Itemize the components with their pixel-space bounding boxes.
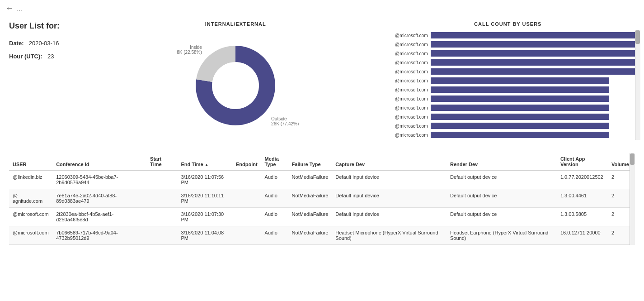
bar-row: @microsoft.com7 xyxy=(381,122,635,130)
cell-user: @microsoft.com xyxy=(9,226,52,245)
info-panel: User List for: Date: 2020-03-16 Hour (UT… xyxy=(9,17,108,144)
bar-label: @microsoft.com xyxy=(381,42,431,47)
bar-label: @microsoft.com xyxy=(381,96,431,101)
bar-row: @microsoft.com8 xyxy=(381,31,635,39)
bar-row: @microsoft.com8 xyxy=(381,67,635,76)
cell-capture_dev: Default input device xyxy=(332,170,447,189)
cell-failure_type: NotMediaFailure xyxy=(288,189,332,208)
bar-fill xyxy=(431,68,635,75)
cell-conference_id: 7b066589-717b-46cd-9a04-4732b95012d9 xyxy=(52,226,146,245)
cell-render_dev: Headset Earphone (HyperX Virtual Surroun… xyxy=(447,226,557,245)
cell-media_type: Audio xyxy=(261,189,288,208)
bar-fill xyxy=(431,59,635,66)
bar-chart-container: @microsoft.com8@microsoft.com8@microsoft… xyxy=(381,30,635,140)
bar-label: @microsoft.com xyxy=(381,133,431,138)
cell-failure_type: NotMediaFailure xyxy=(288,170,332,189)
bar-label: @microsoft.com xyxy=(381,51,431,56)
cell-conference_id: 7e81a74e-2a02-4d40-af88-89d0383ae479 xyxy=(52,189,146,208)
cell-media_type: Audio xyxy=(261,170,288,189)
th-render_dev[interactable]: Render Dev xyxy=(447,153,557,170)
bar-label: @microsoft.com xyxy=(381,87,431,92)
table-row: @linkedin.biz12060309-5434-45be-bba7-2b9… xyxy=(9,170,635,189)
bar-label: @microsoft.com xyxy=(381,33,431,38)
cell-conference_id: 12060309-5434-45be-bba7-2b9d0576a944 xyxy=(52,170,146,189)
bar-chart-scrollbar[interactable] xyxy=(635,30,640,140)
table-body: @linkedin.biz12060309-5434-45be-bba7-2b9… xyxy=(9,170,635,245)
th-start_time[interactable]: Start Time xyxy=(146,153,177,170)
bar-row: @microsoft.com7 xyxy=(381,113,635,121)
bar-fill xyxy=(431,105,610,111)
cell-render_dev: Default output device xyxy=(447,208,557,226)
bar-label: @microsoft.com xyxy=(381,78,431,83)
hour-label: Hour (UTC): xyxy=(9,53,42,60)
cell-media_type: Audio xyxy=(261,226,288,245)
table-header: USERConference IdStart TimeEnd Time ▲End… xyxy=(9,153,635,170)
th-failure_type[interactable]: Failure Type xyxy=(288,153,332,170)
bar-chart-scroll-thumb xyxy=(635,30,640,44)
bar-row: @microsoft.com8 xyxy=(381,49,635,57)
cell-capture_dev: Default input device xyxy=(332,208,447,226)
data-table: USERConference IdStart TimeEnd Time ▲End… xyxy=(9,153,635,245)
cell-start_time xyxy=(146,226,177,245)
cell-render_dev: Default output device xyxy=(447,170,557,189)
bar-chart-section: CALL COUNT BY USERS @microsoft.com8@micr… xyxy=(363,17,635,144)
bar-row: @microsoft.com7 xyxy=(381,76,635,85)
bar-row: @microsoft.com7 xyxy=(381,95,635,103)
cell-failure_type: NotMediaFailure xyxy=(288,208,332,226)
cell-end_time: 3/16/2020 11:07:56 PM xyxy=(177,170,232,189)
cell-media_type: Audio xyxy=(261,208,288,226)
cell-capture_dev: Headset Microphone (HyperX Virtual Surro… xyxy=(332,226,447,245)
cell-capture_dev: Default input device xyxy=(332,189,447,208)
table-section: USERConference IdStart TimeEnd Time ▲End… xyxy=(9,153,635,245)
cell-user: @linkedin.biz xyxy=(9,170,52,189)
back-button[interactable]: ← xyxy=(5,4,14,13)
bar-row: @microsoft.com8 xyxy=(381,58,635,67)
table-row: @microsoft.com2f2830ea-bbcf-4b5a-aef1-d2… xyxy=(9,208,635,226)
bar-row: @microsoft.com7 xyxy=(381,86,635,94)
bar-label: @microsoft.com xyxy=(381,69,431,74)
cell-client_app_version: 1.0.77.2020012502 xyxy=(557,170,608,189)
th-conference_id[interactable]: Conference Id xyxy=(52,153,146,170)
cell-start_time xyxy=(146,189,177,208)
breadcrumb-ellipsis: ... xyxy=(17,5,22,12)
bar-label: @microsoft.com xyxy=(381,60,431,65)
bar-fill xyxy=(431,77,610,84)
table-row: @ agnitude.com7e81a74e-2a02-4d40-af88-89… xyxy=(9,189,635,208)
th-endpoint[interactable]: Endpoint xyxy=(232,153,261,170)
date-label: Date: xyxy=(9,40,24,47)
bar-row: @microsoft.com7 xyxy=(381,104,635,112)
cell-endpoint xyxy=(232,189,261,208)
bar-fill xyxy=(431,132,610,138)
bar-label: @microsoft.com xyxy=(381,124,431,129)
cell-user: @ agnitude.com xyxy=(9,189,52,208)
cell-endpoint xyxy=(232,170,261,189)
date-value: 2020-03-16 xyxy=(29,40,59,47)
cell-end_time: 3/16/2020 11:04:08 PM xyxy=(177,226,232,245)
th-end_time[interactable]: End Time ▲ xyxy=(177,153,232,170)
cell-end_time: 3/16/2020 11:10:11 PM xyxy=(177,189,232,208)
cell-client_app_version: 1.3.00.4461 xyxy=(557,189,608,208)
cell-failure_type: NotMediaFailure xyxy=(288,226,332,245)
bar-label: @microsoft.com xyxy=(381,115,431,119)
bar-fill xyxy=(431,123,610,129)
th-client_app_version[interactable]: Client App Version xyxy=(557,153,608,170)
bar-row: @microsoft.com8 xyxy=(381,40,635,48)
bar-fill xyxy=(431,86,610,93)
th-user[interactable]: USER xyxy=(9,153,52,170)
bar-fill xyxy=(431,50,635,57)
cell-conference_id: 2f2830ea-bbcf-4b5a-aef1-d250a46f5e8d xyxy=(52,208,146,226)
cell-endpoint xyxy=(232,226,261,245)
cell-end_time: 3/16/2020 11:07:30 PM xyxy=(177,208,232,226)
donut-chart-section: INTERNAL/EXTERNAL Inside 8K (22.58%) xyxy=(108,17,363,144)
table-scroll-thumb xyxy=(630,153,635,165)
cell-client_app_version: 1.3.00.5805 xyxy=(557,208,608,226)
cell-render_dev: Default output device xyxy=(447,189,557,208)
donut-chart-title: INTERNAL/EXTERNAL xyxy=(205,21,266,27)
bar-fill xyxy=(431,41,635,48)
hour-value: 23 xyxy=(47,53,54,60)
th-media_type[interactable]: Media Type xyxy=(261,153,288,170)
donut-chart-svg xyxy=(190,40,281,131)
table-scrollbar[interactable] xyxy=(630,153,635,245)
th-capture_dev[interactable]: Capture Dev xyxy=(332,153,447,170)
cell-start_time xyxy=(146,170,177,189)
